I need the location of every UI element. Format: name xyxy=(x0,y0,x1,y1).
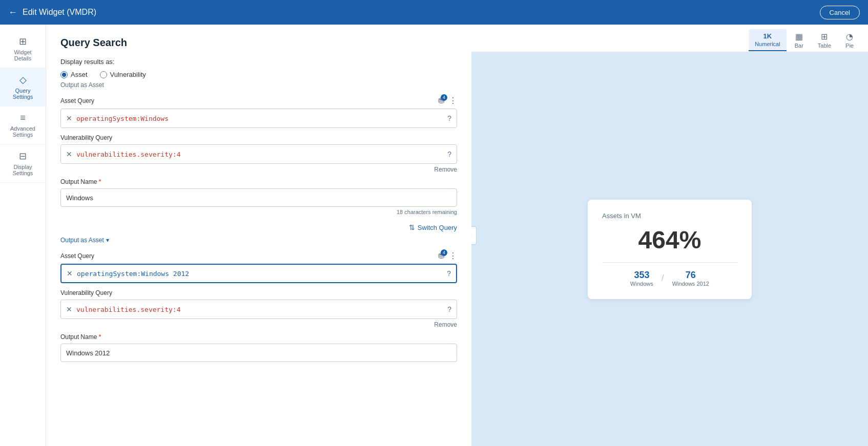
widget-stat-label-2: Windows 2012 xyxy=(672,281,709,287)
dropdown-arrow-icon: ▾ xyxy=(106,237,109,244)
header-left: ← Edit Widget (VMDR) xyxy=(8,7,96,18)
help-icon-1[interactable]: ? xyxy=(447,114,451,122)
tab-table[interactable]: ⊞ Table xyxy=(812,29,837,52)
sidebar: ⊞ WidgetDetails ◇ QuerySettings ≡ Advanc… xyxy=(0,25,46,446)
radio-asset-label: Asset xyxy=(71,71,88,78)
filter-badge-count-2: 4 xyxy=(441,249,447,256)
switch-query-row: ⇅ Switch Query xyxy=(60,223,457,231)
filter-badge-1[interactable]: ⛃ 4 xyxy=(438,96,445,105)
chart-tabs: 1K Numerical ▦ Bar ⊞ Table ◔ Pie xyxy=(471,25,868,52)
clear-vuln-query-1[interactable]: ✕ xyxy=(66,150,72,158)
more-options-icon-1[interactable]: ⋮ xyxy=(449,96,457,105)
widget-big-number: 464% xyxy=(602,226,737,254)
sidebar-item-advanced-settings-label: AdvancedSettings xyxy=(10,125,35,138)
header: ← Edit Widget (VMDR) Cancel xyxy=(0,0,868,25)
back-arrow-icon[interactable]: ← xyxy=(8,7,17,18)
center-panel: Query Search Display results as: Asset V… xyxy=(46,25,471,446)
asset-query-input-2[interactable]: ✕ operatingSystem:Windows 2012 ? xyxy=(60,264,457,283)
switch-query-label: Switch Query xyxy=(418,224,457,231)
first-query-block: Asset Query ⛃ 4 ⋮ ✕ operatingSystem:Wind… xyxy=(60,96,457,215)
output-as-asset-label: Output as Asset xyxy=(60,81,457,89)
asset-query-header-2: Asset Query ⛃ 4 ⋮ xyxy=(60,251,457,261)
tab-pie-label: Pie xyxy=(845,43,854,49)
vuln-query-input-2[interactable]: ✕ vulnerabilities.severity:4 ? xyxy=(60,300,457,319)
display-results-label: Display results as: xyxy=(60,58,457,66)
header-title: Edit Widget (VMDR) xyxy=(23,8,96,17)
tab-table-label: Table xyxy=(818,43,831,49)
asset-query-label-1: Asset Query xyxy=(60,97,94,104)
filter-badge-count-1: 4 xyxy=(441,94,447,101)
widget-details-icon: ⊞ xyxy=(19,36,27,47)
query-settings-icon: ◇ xyxy=(19,74,27,86)
more-options-icon-2[interactable]: ⋮ xyxy=(449,251,457,261)
vuln-query-header-2: Vulnerability Query xyxy=(60,289,457,296)
radio-group: Asset Vulnerability xyxy=(60,71,457,78)
clear-asset-query-2[interactable]: ✕ xyxy=(67,269,73,278)
radio-asset-input[interactable] xyxy=(60,71,68,78)
pie-icon: ◔ xyxy=(846,32,853,41)
sidebar-item-query-settings[interactable]: ◇ QuerySettings xyxy=(0,68,46,107)
query-header-icons-1: ⛃ 4 ⋮ xyxy=(438,96,457,105)
clear-vuln-query-2[interactable]: ✕ xyxy=(66,305,72,313)
widget-preview-area: Assets in VM 464% 353 Windows / 76 Windo… xyxy=(471,52,868,446)
output-name-label-2: Output Name * xyxy=(60,333,457,341)
required-star-2: * xyxy=(99,333,101,341)
widget-stat-num-1: 353 xyxy=(630,270,653,281)
help-icon-2[interactable]: ? xyxy=(447,269,451,278)
advanced-settings-icon: ≡ xyxy=(20,113,26,123)
remove-link-2[interactable]: Remove xyxy=(60,321,457,328)
widget-stat-label-1: Windows xyxy=(630,281,653,287)
widget-stat-2: 76 Windows 2012 xyxy=(672,270,709,287)
output-name-input-2[interactable] xyxy=(60,344,457,362)
second-query-block: Output as Asset ▾ Asset Query ⛃ 4 ⋮ ✕ op… xyxy=(60,237,457,362)
vuln-query-input-1[interactable]: ✕ vulnerabilities.severity:4 ? xyxy=(60,144,457,164)
asset-query-text-1: operatingSystem:Windows xyxy=(76,115,447,122)
output-name-label-1: Output Name * xyxy=(60,178,457,185)
radio-asset[interactable]: Asset xyxy=(60,71,88,78)
clear-asset-query-1[interactable]: ✕ xyxy=(66,114,72,122)
chars-remaining-1: 18 characters remaining xyxy=(60,209,457,215)
vuln-query-text-2: vulnerabilities.severity:4 xyxy=(76,306,447,313)
asset-query-input-1[interactable]: ✕ operatingSystem:Windows ? xyxy=(60,109,457,128)
widget-stats: 353 Windows / 76 Windows 2012 xyxy=(602,270,737,287)
output-name-input-1[interactable] xyxy=(60,188,457,207)
sidebar-item-display-settings[interactable]: ⊟ DisplaySettings xyxy=(0,144,46,183)
collapse-panel-button[interactable]: ‹ xyxy=(471,226,477,245)
table-icon: ⊞ xyxy=(821,32,828,41)
radio-vulnerability-input[interactable] xyxy=(100,71,107,78)
right-panel: ‹ 1K Numerical ▦ Bar ⊞ Table ◔ Pie Ass xyxy=(471,25,868,446)
main-layout: ⊞ WidgetDetails ◇ QuerySettings ≡ Advanc… xyxy=(0,25,868,446)
asset-query-label-2: Asset Query xyxy=(60,252,94,260)
remove-link-1[interactable]: Remove xyxy=(60,166,457,173)
tab-numerical-label: Numerical xyxy=(755,41,780,47)
widget-card: Assets in VM 464% 353 Windows / 76 Windo… xyxy=(588,200,752,299)
switch-icon: ⇅ xyxy=(409,223,415,231)
radio-vulnerability[interactable]: Vulnerability xyxy=(100,71,146,78)
numerical-icon: 1K xyxy=(763,32,772,40)
vuln-query-header-1: Vulnerability Query xyxy=(60,134,457,141)
panel-title: Query Search xyxy=(60,37,457,49)
vuln-query-label-1: Vulnerability Query xyxy=(60,134,112,141)
bar-icon: ▦ xyxy=(795,32,803,41)
sidebar-item-query-settings-label: QuerySettings xyxy=(13,88,33,100)
switch-query-button[interactable]: ⇅ Switch Query xyxy=(409,223,457,231)
vuln-query-text-1: vulnerabilities.severity:4 xyxy=(76,151,447,158)
tab-pie[interactable]: ◔ Pie xyxy=(839,29,860,52)
tab-numerical[interactable]: 1K Numerical xyxy=(749,29,787,51)
help-icon-vuln-2[interactable]: ? xyxy=(447,305,451,313)
vuln-query-label-2: Vulnerability Query xyxy=(60,289,112,296)
sidebar-item-advanced-settings[interactable]: ≡ AdvancedSettings xyxy=(0,107,46,144)
output-name-section-2: Output Name * xyxy=(60,333,457,362)
output-as-dropdown[interactable]: Output as Asset ▾ xyxy=(60,237,457,244)
widget-divider xyxy=(602,262,737,263)
asset-query-header-1: Asset Query ⛃ 4 ⋮ xyxy=(60,96,457,105)
tab-bar-label: Bar xyxy=(795,43,803,49)
widget-stat-1: 353 Windows xyxy=(630,270,653,287)
filter-badge-2[interactable]: ⛃ 4 xyxy=(438,251,445,261)
help-icon-vuln-1[interactable]: ? xyxy=(447,150,451,158)
tab-bar[interactable]: ▦ Bar xyxy=(789,29,810,52)
display-settings-icon: ⊟ xyxy=(19,151,27,162)
cancel-button[interactable]: Cancel xyxy=(820,6,860,19)
query-header-icons-2: ⛃ 4 ⋮ xyxy=(438,251,457,261)
sidebar-item-widget-details[interactable]: ⊞ WidgetDetails xyxy=(0,30,46,68)
